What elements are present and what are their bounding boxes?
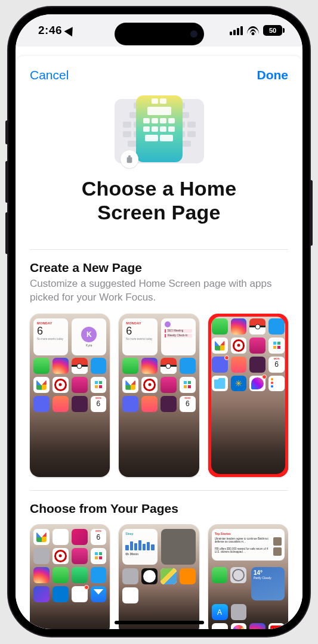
battery-icon: 50 xyxy=(263,25,285,36)
contact-widget: K Kyra xyxy=(72,318,106,355)
home-indicator[interactable] xyxy=(115,621,204,624)
wifi-icon xyxy=(247,26,259,35)
your-page-1[interactable] xyxy=(30,524,110,629)
sleep-widget: Sleep 6h 36min xyxy=(122,529,157,565)
done-button[interactable]: Done xyxy=(257,68,289,82)
news-widget: Top Stories Ukrainian leaders agree to c… xyxy=(212,529,285,561)
your-page-3[interactable]: Top Stories Ukrainian leaders agree to c… xyxy=(208,524,288,629)
your-pages-row: Sleep 6h 36min xyxy=(30,524,288,629)
schedule-widget: SEO Meeting Weekly Check-In xyxy=(161,318,196,355)
hero: Choose a HomeScreen Page xyxy=(16,95,302,236)
your-page-2[interactable]: Sleep 6h 36min xyxy=(119,524,199,629)
cancel-button[interactable]: Cancel xyxy=(30,68,69,82)
section-title-choose: Choose from Your Pages xyxy=(30,501,288,516)
sheet-navbar: Cancel Done xyxy=(16,56,302,91)
focus-badge-icon xyxy=(121,150,138,168)
batteries-widget xyxy=(161,529,196,565)
svg-point-1 xyxy=(128,155,130,157)
cellular-icon xyxy=(230,26,243,35)
status-time: 2:46 xyxy=(38,24,75,37)
modal-sheet: Cancel Done xyxy=(16,56,302,629)
calendar-widget-2: MONDAY 6 No more events today xyxy=(122,318,157,355)
weather-widget: 14° Partly Cloudy xyxy=(251,567,285,600)
location-icon xyxy=(64,24,77,36)
suggested-pages-row: MONDAY 6 No more events today K Kyra xyxy=(30,314,288,477)
screen: 2:46 50 Cancel Done xyxy=(16,14,302,629)
svg-rect-0 xyxy=(126,157,132,163)
suggested-page-2[interactable]: MONDAY 6 No more events today SEO Meetin… xyxy=(119,314,199,477)
suggested-page-1[interactable]: MONDAY 6 No more events today K Kyra xyxy=(30,314,110,477)
hero-icon xyxy=(115,95,204,166)
suggested-page-3[interactable] xyxy=(208,314,288,477)
calendar-widget: MONDAY 6 No more events today xyxy=(33,318,68,355)
section-title-create: Create a New Page xyxy=(30,261,288,275)
phone-frame: 2:46 50 Cancel Done xyxy=(8,7,310,636)
dynamic-island xyxy=(115,23,204,45)
page-title: Choose a HomeScreen Page xyxy=(30,177,288,224)
section-desc-create: Customize a suggested Home Screen page w… xyxy=(30,277,288,304)
